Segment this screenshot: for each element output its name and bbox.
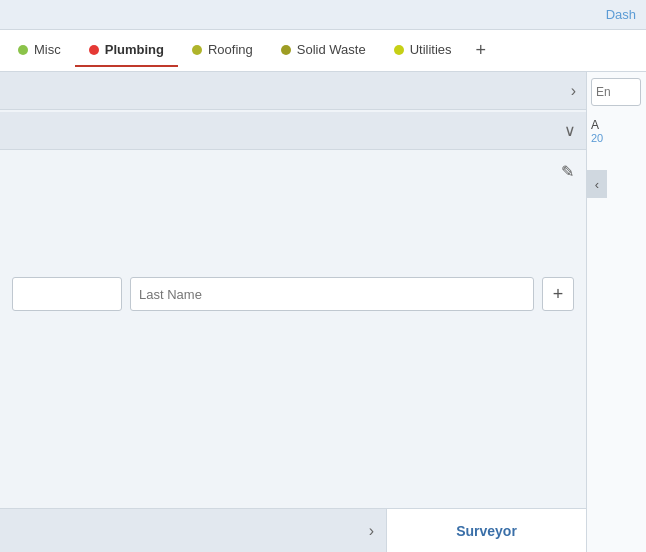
tab-utilities-label: Utilities (410, 42, 452, 57)
right-panel: A 20 ‹ (586, 72, 646, 552)
list-row-2[interactable]: ∨ (0, 112, 586, 150)
edit-area: ✎ (0, 152, 586, 187)
main-content: › ∨ ✎ + › Surveyor (0, 72, 646, 552)
spacer (0, 187, 586, 267)
utilities-dot (394, 45, 404, 55)
solid-waste-dot (281, 45, 291, 55)
right-date-area: A 20 (587, 112, 607, 150)
first-name-input[interactable] (12, 277, 122, 311)
pencil-icon[interactable]: ✎ (561, 162, 574, 181)
tab-misc[interactable]: Misc (4, 34, 75, 67)
tab-solid-waste-label: Solid Waste (297, 42, 366, 57)
date-value: 20 (591, 132, 603, 144)
tab-utilities[interactable]: Utilities (380, 34, 466, 67)
tab-plumbing-label: Plumbing (105, 42, 164, 57)
tabs-row: Misc Plumbing Roofing Solid Waste Utilit… (0, 30, 646, 72)
tab-plumbing[interactable]: Plumbing (75, 34, 178, 67)
roofing-dot (192, 45, 202, 55)
left-arrow-button[interactable]: ‹ (587, 170, 607, 198)
date-letter: A (591, 118, 603, 132)
tab-misc-label: Misc (34, 42, 61, 57)
misc-dot (18, 45, 28, 55)
chevron-down-icon[interactable]: ∨ (564, 121, 576, 140)
bottom-right-section: Surveyor (386, 508, 586, 552)
tab-roofing-label: Roofing (208, 42, 253, 57)
surveyor-label: Surveyor (456, 523, 517, 539)
right-search-area (587, 72, 646, 112)
bottom-left-section[interactable]: › (0, 508, 386, 552)
bottom-chevron-right-icon[interactable]: › (369, 522, 374, 540)
list-row-1[interactable]: › (0, 72, 586, 110)
last-name-input[interactable] (130, 277, 534, 311)
form-spacer (0, 321, 586, 361)
tab-add-button[interactable]: + (466, 36, 497, 65)
left-panel: › ∨ ✎ + › Surveyor (0, 72, 586, 552)
tab-solid-waste[interactable]: Solid Waste (267, 34, 380, 67)
tab-roofing[interactable]: Roofing (178, 34, 267, 67)
top-bar: Dash (0, 0, 646, 30)
plumbing-dot (89, 45, 99, 55)
form-row: + (0, 267, 586, 321)
right-search-input[interactable] (591, 78, 641, 106)
dashboard-link[interactable]: Dash (606, 7, 636, 22)
chevron-right-icon-1[interactable]: › (571, 82, 576, 100)
bottom-row: › Surveyor (0, 508, 586, 552)
add-person-button[interactable]: + (542, 277, 574, 311)
